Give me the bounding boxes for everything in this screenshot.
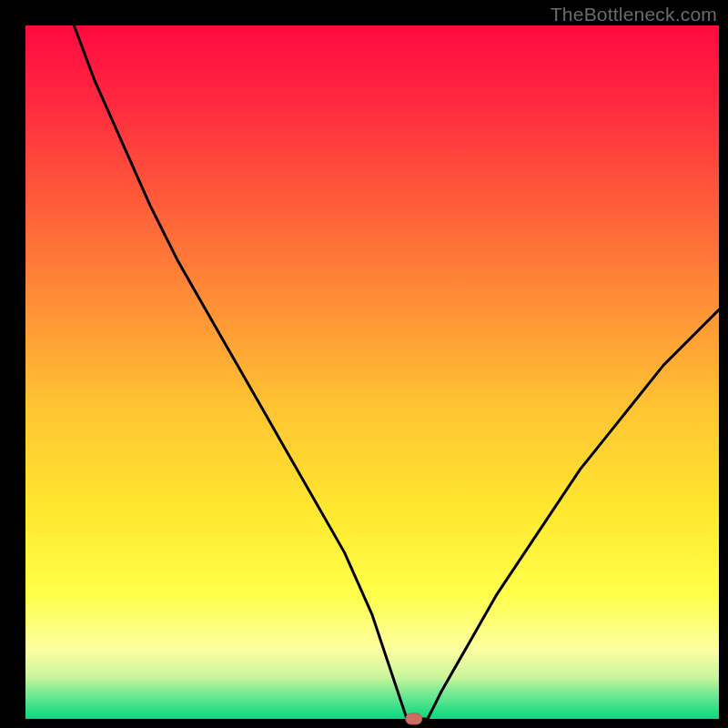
- minimum-marker: [406, 713, 422, 724]
- chart-frame: TheBottleneck.com: [0, 0, 728, 728]
- bottleneck-chart: [0, 0, 728, 728]
- watermark-text: TheBottleneck.com: [551, 4, 717, 25]
